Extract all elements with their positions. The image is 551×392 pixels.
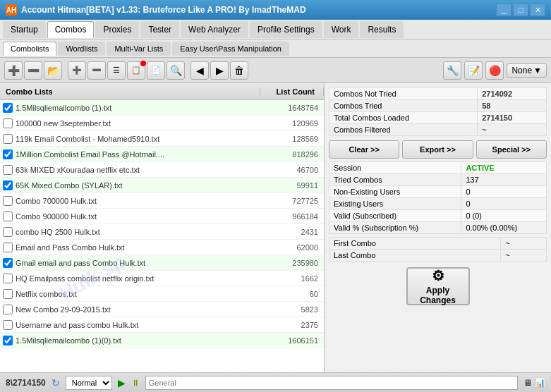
combo-name: combo HQ 2500 Hulk.txt — [16, 228, 265, 236]
tab-proxies[interactable]: Proxies — [95, 21, 139, 38]
existing-label: Existing Users — [329, 198, 461, 210]
close-button[interactable]: ✕ — [530, 4, 545, 16]
move-left-button[interactable]: ◀ — [190, 61, 209, 80]
combo-checkbox-4[interactable] — [3, 165, 13, 175]
copy-button[interactable]: 📄 — [147, 61, 165, 80]
tried-combos-value: 137 — [461, 174, 547, 186]
combo-list-item[interactable]: Username and pass combo Hulk.txt2375 — [0, 317, 324, 333]
combo-checkbox-5[interactable] — [3, 180, 13, 190]
combo-checkbox-1[interactable] — [3, 118, 13, 128]
combo-checkbox-10[interactable] — [3, 258, 13, 268]
chart-icon: 📊 — [535, 378, 545, 388]
play-button[interactable]: ▶ — [118, 377, 126, 388]
move-right-button[interactable]: ▶ — [210, 61, 229, 80]
combo-count: 5823 — [265, 305, 321, 314]
edit-icon-button[interactable]: 📝 — [464, 61, 483, 80]
combo-checkbox-11[interactable] — [3, 274, 13, 283]
export-button[interactable]: Export >> — [402, 140, 473, 159]
speed-dropdown[interactable]: Normal Fast Slow — [66, 376, 112, 390]
combo-list-item[interactable]: Combo 900000 Hulk.txt966184 — [0, 209, 324, 224]
add-button[interactable]: ➕ — [4, 61, 23, 80]
combo-checkbox-3[interactable] — [3, 149, 13, 159]
refresh-icon[interactable]: ↻ — [52, 377, 60, 388]
tab-combos[interactable]: Combos — [47, 21, 95, 38]
combo-list-item[interactable]: 1Million Combolist Email Pass @Hotmail..… — [0, 147, 324, 162]
combo-name: 1.5Milsqliemailcombo (1)(0).txt — [16, 336, 265, 345]
tab-profile-settings[interactable]: Profile Settings — [250, 21, 322, 38]
combo-list-item[interactable]: 63k MIXED xKouradaa netflix etc.txt46700 — [0, 162, 324, 178]
combo-count: 235980 — [265, 259, 321, 267]
combo-list-item[interactable]: Combo 700000 Hulk.txt727725 — [0, 193, 324, 209]
combo-list-item[interactable]: 1.5Milsqliemailcombo (1).txt1648764 — [0, 100, 324, 116]
status-bar: 8\2714150 ↻ Normal Fast Slow ▶ ⏸ 🖥 📊 — [0, 372, 551, 392]
tab-tester[interactable]: Tester — [140, 21, 179, 38]
combos-not-tried-value: 2714092 — [478, 88, 547, 100]
tab-work[interactable]: Work — [324, 21, 359, 38]
session-table: Session ACTIVE Tried Combos 137 Non-Exis… — [329, 161, 547, 234]
combo-count: 60 — [265, 290, 321, 298]
app-icon: AH — [6, 4, 17, 16]
col-header-count: List Count — [260, 87, 324, 96]
pause-button[interactable]: ⏸ — [131, 378, 140, 388]
combo-checkbox-7[interactable] — [3, 212, 13, 221]
combo-checkbox-6[interactable] — [3, 196, 13, 206]
sub-tab-multi-var-lists[interactable]: Multi-Var Lists — [107, 42, 171, 56]
maximize-button[interactable]: □ — [513, 4, 528, 16]
combo-checkbox-8[interactable] — [3, 227, 13, 237]
combo-list-item[interactable]: 100000 new 3september.txt120969 — [0, 116, 324, 131]
combo-checkbox-13[interactable] — [3, 305, 13, 314]
combo-checkbox-15[interactable] — [3, 336, 13, 345]
left-panel: Combo Lists List Count 1.5Milsqliemailco… — [0, 83, 325, 372]
combo-list-item[interactable]: Netflix combos.txt60 — [0, 286, 324, 302]
list-button[interactable]: ☰ — [107, 61, 126, 80]
session-label: Session — [329, 162, 461, 174]
sub-tab-easy-user-pass[interactable]: Easy User\Pass Manipulation — [172, 42, 289, 56]
combo-list-item[interactable]: Gmail email and pass Combo Hulk.txt23598… — [0, 255, 324, 271]
combo-list-item[interactable]: 119k Email Combolist - Mohamed5910.txt12… — [0, 131, 324, 147]
combo-checkbox-9[interactable] — [3, 243, 13, 252]
remove-button[interactable]: ➖ — [24, 61, 42, 80]
combo-count: 2375 — [265, 321, 321, 329]
combos-tried-label: Combos Tried — [329, 100, 478, 112]
combo-list[interactable]: 1.5Milsqliemailcombo (1).txt164876410000… — [0, 100, 324, 372]
apply-changes-button[interactable]: ⚙ Apply Changes — [406, 267, 470, 305]
none-dropdown[interactable]: None ▼ — [507, 63, 547, 78]
general-input[interactable] — [145, 376, 518, 390]
delete-button[interactable]: 🗑 — [230, 61, 248, 80]
combo-name: Combo 900000 Hulk.txt — [16, 212, 265, 221]
valid-value: 0 (0) — [461, 210, 547, 222]
minus2-button[interactable]: ➖ — [87, 61, 106, 80]
settings-icon-button[interactable]: 🔧 — [443, 61, 461, 80]
combo-list-item[interactable]: New Combo 29-09-2015.txt5823 — [0, 302, 324, 317]
combo-list-item[interactable]: 65K Mixed Combo (SYLAR).txt59911 — [0, 178, 324, 193]
tab-web-analyzer[interactable]: Web Analyzer — [181, 21, 248, 38]
combo-name: 100000 new 3september.txt — [16, 119, 265, 128]
valid-label: Valid (Subscribed) — [329, 210, 461, 222]
combo-info-table: First Combo ~ Last Combo ~ — [329, 237, 547, 262]
combo-checkbox-0[interactable] — [3, 103, 13, 113]
tab-results[interactable]: Results — [360, 21, 404, 38]
notification-button[interactable]: 📋 — [127, 61, 145, 80]
combo-list-item[interactable]: 1.5Milsqliemailcombo (1)(0).txt1606151 — [0, 333, 324, 348]
special-button[interactable]: Special >> — [476, 140, 547, 159]
combo-name: New Combo 29-09-2015.txt — [16, 305, 265, 314]
tab-startup[interactable]: Startup — [3, 21, 46, 38]
search-button[interactable]: 🔍 — [166, 61, 185, 80]
combo-name: Combo 700000 Hulk.txt — [16, 197, 265, 205]
sub-tab-wordlists[interactable]: Wordlists — [58, 42, 105, 56]
combo-list-item[interactable]: Email and Pass Combo Hulk.txt62000 — [0, 240, 324, 255]
list-header: Combo Lists List Count — [0, 83, 324, 100]
combo-count: 59911 — [265, 181, 321, 190]
stop-icon-button[interactable]: 🔴 — [485, 61, 504, 80]
combo-checkbox-2[interactable] — [3, 134, 13, 144]
open-folder-button[interactable]: 📂 — [44, 61, 62, 80]
sub-tab-combolists[interactable]: Combolists — [3, 42, 56, 56]
combo-list-item[interactable]: combo HQ 2500 Hulk.txt2431 — [0, 224, 324, 240]
minimize-button[interactable]: _ — [496, 4, 511, 16]
clear-button[interactable]: Clear >> — [329, 140, 399, 159]
combo-checkbox-14[interactable] — [3, 320, 13, 330]
combo-list-item[interactable]: HQ Emailpass combolist netflix origin.tx… — [0, 271, 324, 286]
add2-button[interactable]: ➕ — [68, 61, 86, 80]
combo-checkbox-12[interactable] — [3, 289, 13, 299]
combo-count: 46700 — [265, 166, 321, 174]
